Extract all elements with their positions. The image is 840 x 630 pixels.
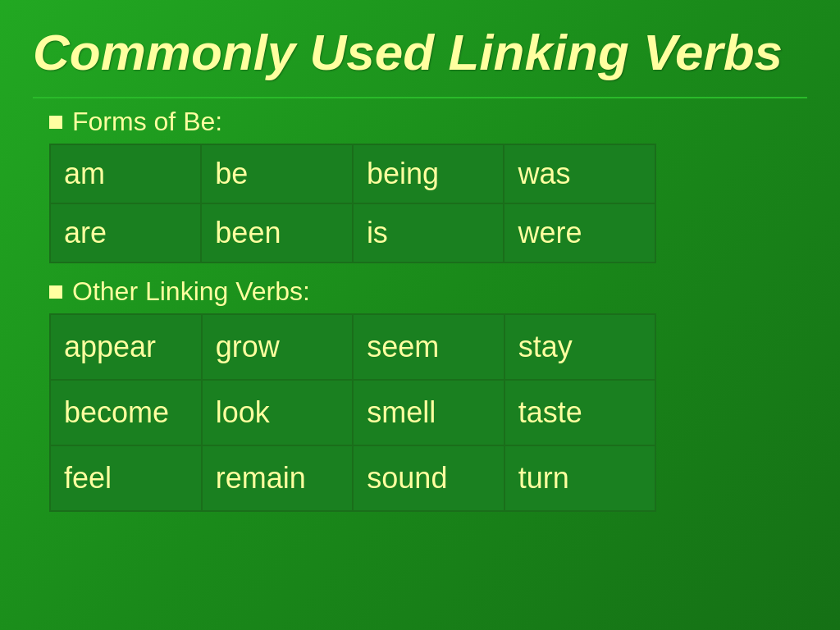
table-cell: smell — [353, 380, 504, 445]
page-title: Commonly Used Linking Verbs — [33, 25, 807, 80]
forms-of-be-section: Forms of Be: am be being was are been is… — [33, 107, 807, 263]
table-cell: being — [353, 144, 504, 203]
other-linking-verbs-table: appear grow seem stay become look smell … — [49, 313, 656, 512]
bullet-square-icon — [49, 285, 62, 299]
table-cell: remain — [202, 445, 354, 511]
table-cell: were — [504, 203, 655, 262]
table-cell: seem — [353, 314, 504, 380]
table-row: feel remain sound turn — [50, 445, 655, 511]
divider — [33, 97, 807, 98]
table-cell: turn — [504, 445, 655, 511]
table-cell: was — [504, 144, 655, 203]
table-cell: feel — [50, 445, 202, 511]
table-row: appear grow seem stay — [50, 314, 655, 380]
table-cell: are — [50, 203, 201, 262]
table-row: am be being was — [50, 144, 655, 203]
table-cell: be — [201, 144, 353, 203]
table-cell: appear — [50, 314, 202, 380]
table-row: are been is were — [50, 203, 655, 262]
forms-of-be-bullet: Forms of Be: — [49, 107, 807, 137]
table-cell: taste — [504, 380, 655, 445]
table-cell: been — [201, 203, 353, 262]
other-linking-verbs-bullet: Other Linking Verbs: — [49, 276, 807, 307]
other-linking-verbs-label: Other Linking Verbs: — [72, 276, 310, 307]
forms-of-be-label: Forms of Be: — [72, 107, 222, 137]
table-cell: stay — [504, 314, 655, 380]
table-cell: become — [50, 380, 202, 445]
other-linking-verbs-section: Other Linking Verbs: appear grow seem st… — [33, 276, 807, 512]
table-cell: look — [202, 380, 354, 445]
table-cell: sound — [353, 445, 504, 511]
table-cell: grow — [202, 314, 354, 380]
forms-of-be-table: am be being was are been is were — [49, 144, 656, 263]
bullet-square-icon — [49, 116, 62, 129]
table-cell: is — [353, 203, 504, 262]
table-cell: am — [50, 144, 201, 203]
table-row: become look smell taste — [50, 380, 655, 445]
